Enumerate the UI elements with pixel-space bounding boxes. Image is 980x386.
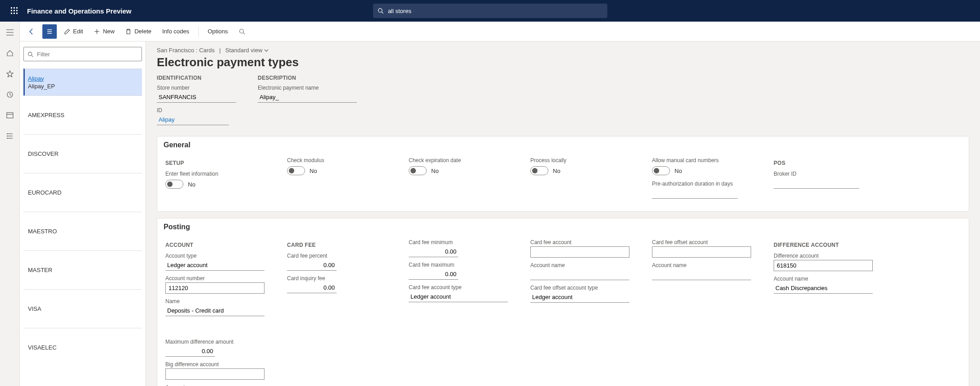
name-input[interactable] — [165, 305, 264, 316]
svg-rect-0 — [11, 7, 12, 9]
view-selector[interactable]: Standard view — [225, 47, 269, 54]
list-item[interactable]: EUROCARD — [23, 173, 142, 212]
hamburger-icon[interactable] — [0, 25, 20, 40]
list-item[interactable]: AMEXPRESS — [23, 95, 142, 134]
modules-icon[interactable] — [0, 129, 20, 143]
svg-point-28 — [240, 29, 244, 33]
search-input[interactable] — [387, 7, 603, 15]
filter-input[interactable] — [36, 50, 138, 58]
edit-icon — [64, 28, 70, 35]
nav-rail — [0, 22, 20, 386]
recent-icon[interactable] — [0, 87, 20, 102]
ep-name-label: Electronic payment name — [258, 85, 357, 91]
card-fee-max-input[interactable] — [409, 269, 458, 280]
info-codes-button[interactable]: Info codes — [159, 26, 193, 36]
ep-name-input[interactable] — [258, 92, 357, 103]
card-fee-account-input[interactable] — [530, 246, 629, 258]
max-diff-input[interactable] — [165, 346, 215, 357]
delete-button[interactable]: Delete — [122, 26, 155, 36]
card-fee-offset-name-label: Account name — [652, 262, 756, 268]
process-locally-toggle[interactable]: No — [530, 166, 634, 175]
search-box[interactable] — [373, 4, 607, 18]
new-label: New — [103, 28, 114, 35]
check-expiration-toggle[interactable]: No — [409, 166, 512, 175]
svg-point-30 — [28, 52, 32, 55]
edit-label: Edit — [73, 28, 83, 35]
general-header[interactable]: General — [157, 136, 969, 154]
card-fee-percent-input[interactable] — [287, 260, 337, 271]
new-button[interactable]: New — [90, 26, 118, 36]
list-item[interactable]: VISAELEC — [23, 328, 142, 367]
edit-button[interactable]: Edit — [60, 26, 87, 36]
allow-manual-toggle[interactable]: No — [652, 166, 756, 175]
svg-rect-1 — [14, 7, 15, 9]
broker-id-input[interactable] — [774, 178, 859, 189]
find-button[interactable] — [235, 27, 249, 36]
svg-rect-4 — [14, 10, 15, 11]
list-item-primary: MAESTRO — [28, 228, 137, 235]
list-item[interactable]: MASTER — [23, 250, 142, 289]
diff-account-input[interactable] — [774, 260, 873, 271]
product-title: Finance and Operations Preview — [27, 7, 132, 15]
delete-label: Delete — [134, 28, 151, 35]
store-number-label: Store number — [157, 85, 236, 91]
preauth-label: Pre-authorization duration in days — [652, 181, 756, 187]
preauth-input[interactable] — [652, 188, 738, 199]
search-icon — [378, 8, 383, 14]
card-fee-offset-type-label: Card fee offset account type — [530, 285, 634, 291]
star-icon[interactable] — [0, 67, 20, 81]
svg-point-21 — [7, 136, 7, 136]
svg-point-22 — [7, 138, 7, 139]
diff-account-header: DIFFERENCE ACCOUNT — [774, 242, 877, 248]
list-view-button[interactable] — [42, 24, 57, 39]
home-icon[interactable] — [0, 46, 20, 60]
card-fee-offset-input[interactable] — [652, 246, 751, 258]
account-type-input[interactable] — [165, 260, 264, 271]
breadcrumb: San Francisco : Cards | Standard view — [157, 47, 969, 54]
svg-rect-7 — [14, 13, 15, 14]
list-item-secondary: Alipay_EP — [28, 83, 137, 90]
setup-header: SETUP — [165, 160, 269, 166]
big-diff-label: Big difference account — [165, 361, 269, 368]
enter-fleet-toggle[interactable]: No — [165, 180, 269, 189]
card-fee-offset-name-input[interactable] — [652, 269, 751, 280]
broker-id-label: Broker ID — [774, 171, 877, 177]
content-pane: San Francisco : Cards | Standard view El… — [146, 41, 980, 386]
options-label: Options — [208, 28, 228, 35]
diff-account-name-input[interactable] — [774, 283, 873, 294]
card-fee-account-name-input[interactable] — [530, 269, 629, 280]
big-diff-input[interactable] — [165, 368, 264, 380]
card-fee-offset-type-input[interactable] — [530, 292, 629, 303]
check-modulus-label: Check modulus — [287, 157, 391, 163]
posting-header[interactable]: Posting — [157, 218, 969, 236]
list-item[interactable]: Alipay Alipay_EP — [23, 68, 142, 95]
card-inquiry-input[interactable] — [287, 282, 337, 293]
max-diff-label: Maximum difference amount — [165, 339, 269, 345]
store-number-input[interactable] — [157, 92, 236, 103]
check-modulus-toggle[interactable]: No — [287, 166, 391, 175]
card-fee-percent-label: Card fee percent — [287, 253, 391, 259]
workspace-icon[interactable] — [0, 108, 20, 123]
list-item-primary: VISA — [28, 305, 137, 312]
waffle-icon[interactable] — [4, 0, 25, 22]
list-item[interactable]: DISCOVER — [23, 134, 142, 173]
process-locally-label: Process locally — [530, 157, 634, 163]
card-fee-offset-label: Card fee offset account — [652, 239, 756, 245]
general-panel: General SETUP Enter fleet information No — [157, 136, 969, 212]
list-item[interactable]: MAESTRO — [23, 212, 142, 250]
account-number-input[interactable] — [165, 282, 264, 294]
filter-box[interactable] — [23, 47, 142, 61]
plus-icon — [94, 28, 100, 35]
list-item[interactable]: VISA — [23, 289, 142, 328]
diff-account-name-label: Account name — [774, 276, 877, 282]
svg-rect-2 — [16, 7, 18, 9]
allow-manual-label: Allow manual card numbers — [652, 157, 756, 163]
chevron-down-icon — [264, 48, 269, 53]
separator — [198, 26, 199, 37]
svg-rect-3 — [11, 10, 12, 11]
id-input[interactable] — [157, 114, 229, 125]
card-fee-min-input[interactable] — [409, 246, 458, 257]
options-button[interactable]: Options — [204, 26, 232, 36]
back-button[interactable] — [24, 24, 39, 39]
card-fee-acct-type-input[interactable] — [409, 291, 508, 302]
